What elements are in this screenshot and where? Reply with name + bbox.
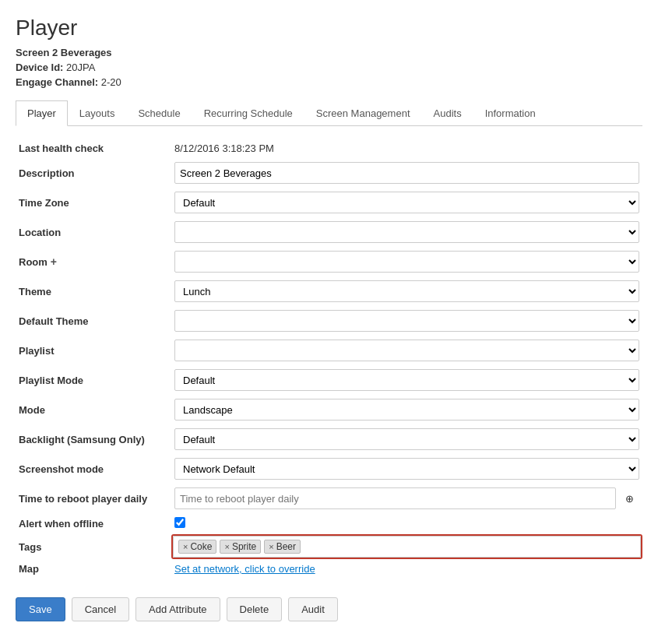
alert-offline-label: Alert when offline — [16, 513, 171, 534]
row-reboot: Time to reboot player daily ⊕ — [16, 484, 642, 513]
tag-sprite: × Sprite — [220, 540, 261, 554]
device-id-label: Device Id: — [16, 62, 63, 73]
row-last-health-check: Last health check 8/12/2016 3:18:23 PM — [16, 139, 642, 158]
tab-screen-management[interactable]: Screen Management — [304, 100, 422, 126]
engage-channel-label: Engage Channel: — [16, 76, 98, 88]
row-theme: Theme Lunch — [16, 276, 642, 306]
row-location: Location — [16, 217, 642, 247]
default-theme-select[interactable] — [174, 310, 639, 332]
header-row: Player Screen 2 Beverages Device Id: 20J… — [16, 16, 642, 91]
map-link[interactable]: Set at network, click to override — [174, 563, 315, 575]
reboot-label: Time to reboot player daily — [16, 484, 171, 513]
row-timezone: Time Zone Default — [16, 188, 642, 217]
save-button[interactable]: Save — [16, 597, 65, 621]
room-label-cell: Room + — [16, 247, 171, 276]
page-container: Player Screen 2 Beverages Device Id: 20J… — [0, 0, 658, 637]
last-health-check-value: 8/12/2016 3:18:23 PM — [174, 143, 274, 154]
backlight-select[interactable]: Default — [174, 428, 639, 450]
row-playlist-mode: Playlist Mode Default — [16, 365, 642, 395]
engage-channel-value: 2-20 — [101, 76, 121, 88]
room-add-icon[interactable]: + — [51, 255, 57, 268]
reboot-input[interactable] — [174, 487, 616, 509]
tag-beer: × Beer — [264, 540, 301, 554]
mode-select[interactable]: Landscape Portrait — [174, 399, 639, 421]
tags-container[interactable]: × Coke × Sprite × Beer — [173, 536, 641, 558]
row-tags: Tags × Coke × Sprite — [16, 534, 642, 559]
bottom-buttons: Save Cancel Add Attribute Delete Audit — [16, 591, 642, 621]
tag-sprite-remove[interactable]: × — [224, 542, 229, 551]
delete-button[interactable]: Delete — [227, 597, 283, 621]
room-label-container: Room + — [19, 255, 168, 268]
row-playlist: Playlist — [16, 336, 642, 365]
alert-offline-checkbox[interactable] — [174, 517, 185, 528]
timezone-select[interactable]: Default — [174, 192, 639, 213]
tag-beer-label: Beer — [276, 541, 296, 552]
header-left: Player Screen 2 Beverages Device Id: 20J… — [16, 16, 121, 91]
tab-layouts[interactable]: Layouts — [68, 100, 127, 126]
location-select[interactable] — [174, 221, 639, 243]
row-description: Description — [16, 158, 642, 188]
backlight-label: Backlight (Samsung Only) — [16, 424, 171, 454]
screenshot-mode-label: Screenshot mode — [16, 454, 171, 484]
map-label: Map — [16, 559, 171, 579]
tags-cell: × Coke × Sprite × Beer — [171, 534, 642, 559]
location-label: Location — [16, 217, 171, 247]
playlist-select[interactable] — [174, 340, 639, 361]
audit-button[interactable]: Audit — [288, 597, 338, 621]
timezone-label: Time Zone — [16, 188, 171, 217]
tag-coke-label: Coke — [190, 541, 212, 552]
screenshot-mode-select[interactable]: Network Default — [174, 458, 639, 480]
device-id-value: 20JPA — [66, 62, 95, 73]
tab-recurring-schedule[interactable]: Recurring Schedule — [192, 100, 304, 126]
device-name: Screen 2 Beverages — [16, 47, 112, 58]
playlist-label: Playlist — [16, 336, 171, 365]
device-info-name: Screen 2 Beverages — [16, 47, 121, 58]
tags-wrapper: × Coke × Sprite × Beer — [171, 534, 642, 559]
row-alert-offline: Alert when offline — [16, 513, 642, 534]
add-attribute-button[interactable]: Add Attribute — [135, 597, 220, 621]
default-theme-label: Default Theme — [16, 306, 171, 336]
last-health-check-label: Last health check — [16, 139, 171, 158]
tab-player[interactable]: Player — [16, 100, 68, 126]
row-map: Map Set at network, click to override — [16, 559, 642, 579]
tags-label: Tags — [16, 534, 171, 559]
device-info-id: Device Id: 20JPA — [16, 62, 121, 73]
page-title: Player — [16, 16, 121, 40]
theme-select[interactable]: Lunch — [174, 280, 639, 302]
cancel-button[interactable]: Cancel — [72, 597, 129, 621]
description-input[interactable] — [174, 162, 639, 184]
tab-audits[interactable]: Audits — [422, 100, 473, 126]
playlist-mode-select[interactable]: Default — [174, 369, 639, 391]
tag-coke-remove[interactable]: × — [183, 542, 188, 551]
row-screenshot-mode: Screenshot mode Network Default — [16, 454, 642, 484]
theme-label: Theme — [16, 276, 171, 306]
form-table: Last health check 8/12/2016 3:18:23 PM D… — [16, 139, 642, 579]
tag-sprite-label: Sprite — [232, 541, 256, 552]
tag-coke: × Coke — [178, 540, 216, 554]
playlist-mode-label: Playlist Mode — [16, 365, 171, 395]
device-info-channel: Engage Channel: 2-20 — [16, 76, 121, 88]
room-label-text: Room — [19, 256, 48, 268]
reboot-input-container: ⊕ — [174, 487, 639, 509]
row-backlight: Backlight (Samsung Only) Default — [16, 424, 642, 454]
row-room: Room + — [16, 247, 642, 276]
tabs-bar: Player Layouts Schedule Recurring Schedu… — [16, 100, 642, 126]
tab-schedule[interactable]: Schedule — [126, 100, 192, 126]
room-select[interactable] — [174, 251, 639, 273]
clock-icon[interactable]: ⊕ — [621, 490, 638, 507]
row-mode: Mode Landscape Portrait — [16, 395, 642, 424]
mode-label: Mode — [16, 395, 171, 424]
row-default-theme: Default Theme — [16, 306, 642, 336]
tab-information[interactable]: Information — [473, 100, 547, 126]
description-label: Description — [16, 158, 171, 188]
tag-beer-remove[interactable]: × — [269, 542, 273, 551]
